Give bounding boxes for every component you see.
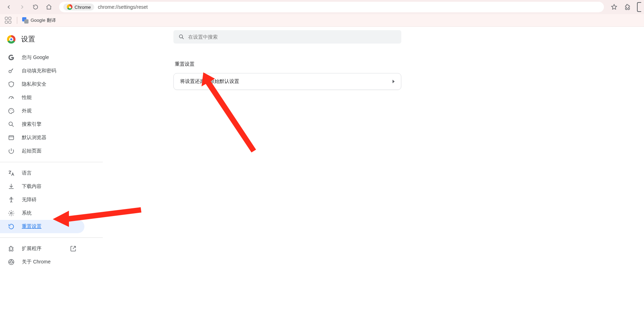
nav-appearance[interactable]: 外观 [0, 104, 84, 118]
restore-defaults-label: 将设置还原为原始默认设置 [180, 78, 239, 85]
nav-label: 关于 Chrome [22, 259, 51, 265]
nav-divider [0, 162, 103, 162]
nav-label: 外观 [22, 108, 32, 114]
nav-on-startup[interactable]: 起始页面 [0, 144, 84, 158]
nav-group-2: 语言 下载内容 无障碍 系统 重置设置 [0, 164, 103, 235]
extension-icon [8, 245, 15, 252]
nav-system[interactable]: 系统 [0, 207, 84, 220]
settings-main: 重置设置 将设置还原为原始默认设置 [103, 27, 644, 314]
gear-icon [8, 210, 15, 217]
nav-divider [0, 237, 103, 238]
nav-languages[interactable]: 语言 [0, 166, 84, 180]
settings-title: 设置 [21, 34, 35, 44]
svg-point-7 [11, 212, 12, 214]
nav-forward-button[interactable] [16, 1, 28, 13]
svg-point-6 [11, 197, 12, 198]
nav-downloads[interactable]: 下载内容 [0, 180, 84, 193]
nav-label: 系统 [22, 210, 32, 216]
nav-label: 默认浏览器 [22, 135, 46, 141]
nav-about-chrome[interactable]: 关于 Chrome [0, 255, 84, 269]
nav-group-1: 您与 Google 自动填充和密码 隐私和安全 性能 外观 搜索引擎 [0, 49, 103, 160]
nav-reload-button[interactable] [30, 1, 42, 13]
shield-icon [8, 81, 15, 88]
site-chip-label: Chrome [75, 5, 91, 10]
chrome-icon [8, 259, 15, 266]
reset-card: 将设置还原为原始默认设置 [173, 73, 401, 90]
restore-defaults-row[interactable]: 将设置还原为原始默认设置 [174, 73, 401, 90]
nav-label: 自动填充和密码 [22, 68, 56, 74]
settings-search-input[interactable] [188, 34, 396, 40]
chevron-right-icon [393, 80, 395, 83]
reset-icon [8, 223, 15, 230]
nav-privacy-security[interactable]: 隐私和安全 [0, 78, 84, 91]
svg-point-0 [9, 70, 11, 73]
nav-accessibility[interactable]: 无障碍 [0, 193, 84, 207]
settings-page: 设置 您与 Google 自动填充和密码 隐私和安全 性能 外观 [0, 27, 644, 314]
svg-rect-5 [9, 136, 13, 140]
omnibox-url: chrome://settings/reset [98, 4, 148, 10]
svg-point-10 [179, 35, 183, 38]
nav-label: 无障碍 [22, 197, 37, 203]
window-icon [8, 134, 15, 141]
power-icon [8, 148, 15, 155]
nav-home-button[interactable] [43, 1, 55, 13]
settings-sidebar: 设置 您与 Google 自动填充和密码 隐私和安全 性能 外观 [0, 27, 103, 314]
nav-label: 您与 Google [22, 54, 49, 61]
nav-label: 扩展程序 [22, 246, 42, 252]
omnibox[interactable]: Chrome chrome://settings/reset [59, 2, 604, 12]
nav-default-browser[interactable]: 默认浏览器 [0, 131, 84, 144]
open-external-icon [70, 245, 77, 252]
side-panel-button[interactable] [637, 2, 641, 12]
google-g-icon [8, 54, 15, 61]
svg-point-9 [10, 261, 13, 263]
nav-label: 下载内容 [22, 183, 42, 190]
nav-back-button[interactable] [3, 1, 15, 13]
nav-label: 起始页面 [22, 148, 42, 154]
section-title: 重置设置 [175, 61, 644, 67]
bookmark-google-translate[interactable]: Google 翻译 [22, 17, 56, 24]
bookmark-separator [17, 17, 17, 24]
nav-label: 重置设置 [22, 223, 42, 230]
nav-performance[interactable]: 性能 [0, 91, 84, 104]
nav-label: 语言 [22, 170, 32, 176]
translate-icon [8, 170, 15, 177]
bookmark-star-button[interactable] [608, 4, 620, 11]
browser-toolbar: Chrome chrome://settings/reset [0, 0, 644, 14]
nav-label: 性能 [22, 94, 32, 101]
nav-label: 隐私和安全 [22, 81, 46, 87]
key-icon [8, 67, 15, 74]
settings-search[interactable] [173, 30, 401, 44]
accessibility-icon [8, 196, 15, 203]
nav-extensions[interactable]: 扩展程序 [0, 242, 84, 255]
palette-icon [8, 107, 15, 115]
nav-you-and-google[interactable]: 您与 Google [0, 51, 84, 64]
chrome-icon [67, 4, 72, 10]
google-translate-icon [22, 17, 28, 24]
extensions-button[interactable] [621, 4, 633, 11]
site-chip: Chrome [63, 4, 94, 11]
search-icon [8, 121, 15, 128]
nav-autofill-passwords[interactable]: 自动填充和密码 [0, 64, 84, 78]
download-icon [8, 183, 15, 190]
svg-point-1 [10, 110, 11, 111]
speedometer-icon [8, 94, 15, 101]
search-icon [178, 34, 185, 40]
bookmark-label: Google 翻译 [31, 17, 56, 24]
svg-point-3 [12, 110, 13, 111]
bookmark-bar: Google 翻译 [0, 14, 644, 27]
settings-brand: 设置 [0, 31, 103, 49]
nav-group-3: 扩展程序 关于 Chrome [0, 240, 103, 271]
nav-label: 搜索引擎 [22, 121, 42, 127]
apps-shortcut-button[interactable] [5, 17, 12, 24]
svg-point-4 [9, 122, 12, 125]
nav-reset-settings[interactable]: 重置设置 [0, 220, 84, 233]
nav-search-engine[interactable]: 搜索引擎 [0, 118, 84, 131]
svg-point-2 [11, 109, 12, 110]
chrome-logo-icon [7, 35, 15, 44]
